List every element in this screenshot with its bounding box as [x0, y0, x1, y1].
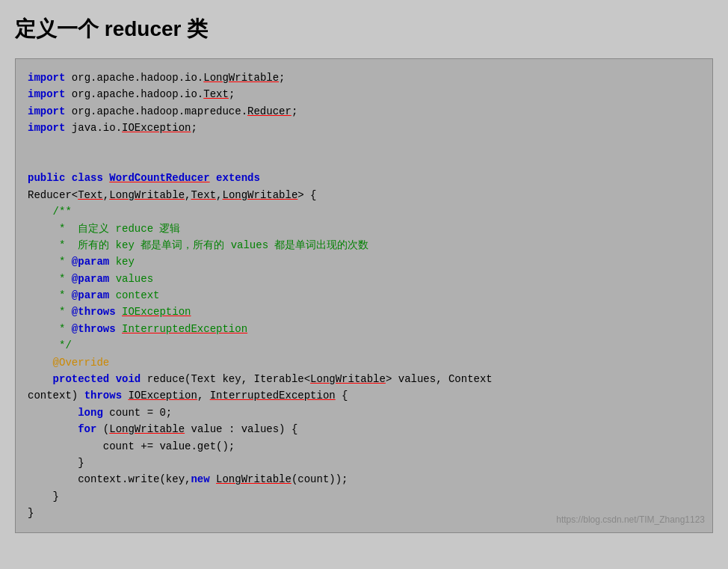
- code-line: * 所有的 key 都是单词，所有的 values 都是单词出现的次数: [28, 237, 700, 253]
- blank-line: [28, 137, 700, 153]
- code-line: * @param context: [28, 287, 700, 304]
- code-line: context.write(key,new LongWritable(count…: [28, 471, 700, 488]
- code-line: * @param values: [28, 271, 700, 287]
- code-line: public class WordCountReducer extends: [28, 170, 700, 186]
- code-line: * @throws InterruptedException: [28, 321, 700, 337]
- code-line: Reducer<Text,LongWritable,Text,LongWrita…: [28, 187, 700, 203]
- code-line: import org.apache.hadoop.mapreduce.Reduc…: [28, 103, 700, 120]
- code-line: */: [28, 337, 700, 354]
- page-title: 定义一个 reducer 类: [15, 15, 713, 43]
- blank-line: [28, 153, 700, 170]
- code-line: import java.io.IOException;: [28, 120, 700, 136]
- code-line: /**: [28, 203, 700, 220]
- code-line: import org.apache.hadoop.io.Text;: [28, 86, 700, 102]
- code-line: * @param key: [28, 253, 700, 270]
- code-line: * @throws IOException: [28, 304, 700, 320]
- watermark: https://blog.csdn.net/TIM_Zhang1123: [556, 513, 705, 527]
- code-line: }: [28, 488, 700, 505]
- code-line: }: [28, 455, 700, 471]
- code-line: protected void reduce(Text key, Iterable…: [28, 371, 700, 387]
- code-line: count += value.get();: [28, 438, 700, 455]
- code-block: import org.apache.hadoop.io.LongWritable…: [15, 58, 713, 533]
- long-count-line: long count = 0;: [28, 405, 700, 421]
- code-line: import org.apache.hadoop.io.LongWritable…: [28, 70, 700, 86]
- code-line: context) throws IOException, Interrupted…: [28, 387, 700, 404]
- code-line: for (LongWritable value : values) {: [28, 421, 700, 437]
- code-line: @Override: [28, 354, 700, 371]
- code-line: * 自定义 reduce 逻辑: [28, 221, 700, 237]
